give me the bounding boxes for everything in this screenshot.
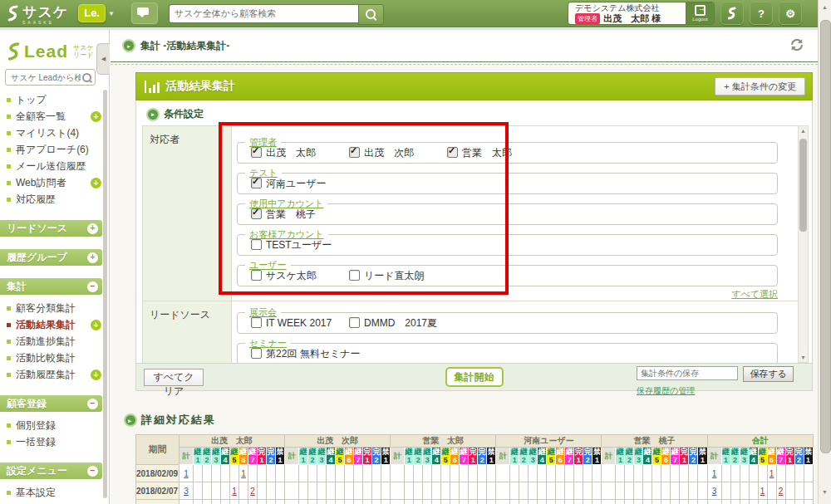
result-value-cell [478,465,487,482]
checkbox-unchecked[interactable] [251,239,262,250]
checkbox-unchecked[interactable] [349,317,360,328]
result-value-link[interactable]: 2 [250,487,255,496]
sidebar-item-activity-compare-agg[interactable]: 活動比較集計 [0,350,109,366]
saaske-logo[interactable]: サスケ SAASKE [7,2,68,25]
sidebar-item-customer-class-agg[interactable]: 顧客分類集計 [0,300,109,316]
clear-all-button[interactable]: すべてクリア [144,369,204,386]
sidebar-item-lead-source-settings[interactable]: リードソース設定 [0,501,109,504]
sidebar-item-my-list[interactable]: マイリスト(4) [0,125,109,141]
checkbox-checked[interactable] [447,147,458,158]
fieldset-legend-link[interactable]: お客様アカウント [245,228,328,240]
result-col-kanryo-1: 完1 [258,448,267,465]
checkbox-unchecked[interactable] [349,270,360,281]
fieldset-legend-link[interactable]: 展示会 [245,306,281,318]
logout-button[interactable]: Logout [686,2,715,25]
checkbox-checked[interactable] [349,147,360,158]
sidebar-collapse-button[interactable]: ◀ [96,43,110,75]
scroll-up-icon[interactable]: ▲ [799,128,808,134]
checkbox-unchecked[interactable] [251,348,262,359]
save-button[interactable]: 保存する [743,366,794,382]
result-value-link[interactable]: 1 [184,469,189,478]
result-col-number: 6 [768,456,776,464]
result-value-link[interactable]: 1 [232,487,237,496]
settings-gear-icon[interactable]: ⚙ [779,2,802,25]
change-condition-button[interactable]: + 集計条件の変更 [715,77,805,95]
sidebar-item-basic-settings[interactable]: 基本設定 [0,484,109,501]
checkbox-unchecked[interactable] [251,270,262,281]
result-value-link[interactable]: 2 [779,487,784,496]
sidebar-section-aggregate[interactable]: 集計− [0,278,102,295]
checkbox-unchecked[interactable] [251,317,262,328]
fieldset-legend-link[interactable]: テスト [245,167,282,179]
sidebar-section-history-group[interactable]: 履歴グループ+ [0,249,102,266]
sidebar-item-individual-register[interactable]: 個別登録 [0,417,109,433]
result-col-kanryo-2: 完2 [478,448,487,465]
select-all-link[interactable]: すべて選択 [731,288,778,301]
sidebar-item-web-visitors[interactable]: Web訪問者+ [0,174,109,191]
expand-plus-icon[interactable]: + [87,223,98,234]
result-value-link[interactable]: 1 [760,487,765,496]
lead-product-badge[interactable]: Le. [78,4,106,22]
sidebar-section-customer-register[interactable]: 顧客登録− [0,395,102,412]
scrollbar-thumb[interactable] [799,139,807,232]
sidebar-item-activity-progress-agg[interactable]: 活動進捗集計 [0,333,109,350]
result-value-cell [661,482,671,500]
fieldset-legend-link[interactable]: 管理者 [245,136,281,148]
sidebar-item-re-approach[interactable]: 再アプローチ(6) [0,141,109,158]
result-col-number: 4 [221,456,229,464]
save-condition-input[interactable] [637,366,738,380]
result-value-link[interactable]: 3 [184,487,189,496]
fieldset-legend-link[interactable]: ユーザー [245,259,291,271]
slead-logo[interactable]: Lead サスケリード [0,30,109,61]
panel-body: 条件設定 対応者管理者出茂 太郎出茂 次郎営業 太郎テスト河南ユーザー使用中アカ… [135,100,813,391]
scroll-up-icon[interactable]: ▲ [819,4,831,10]
section-label: 顧客登録 [7,397,47,411]
result-value-link[interactable]: 1 [712,469,717,478]
scrollbar-thumb[interactable] [820,20,831,453]
expand-plus-icon[interactable]: + [91,111,101,122]
condition-scrollbar[interactable]: ▲ ▼ [798,125,809,363]
chat-bubble-icon[interactable] [131,2,158,24]
expand-plus-icon[interactable]: + [87,252,98,263]
sidebar-item-bulk-register[interactable]: 一括登録 [0,433,109,450]
expand-plus-icon[interactable]: + [91,369,101,380]
start-aggregation-button[interactable]: 集計開始 [445,367,504,387]
saved-history-link[interactable]: 保存履歴の管理 [637,386,695,395]
sidebar-search-input[interactable] [9,72,82,83]
global-search-input[interactable] [169,4,358,23]
result-col-keizoku-6: 継6 [661,448,671,465]
collapse-minus-icon[interactable]: − [87,466,98,477]
global-search-button[interactable] [358,4,384,25]
checkbox-checked[interactable] [251,178,262,188]
fieldset-legend-link[interactable]: セミナー [245,337,291,349]
result-value-cell [423,482,432,500]
sidebar-item-top[interactable]: トップ [0,91,109,108]
help-button[interactable]: ? [750,2,773,25]
expand-plus-icon[interactable]: + [91,178,101,188]
scroll-down-icon[interactable]: ▼ [819,489,831,495]
checkbox-checked[interactable] [251,147,262,158]
window-scrollbar[interactable]: ▲ ▼ [818,0,831,504]
result-value-link[interactable]: 3 [712,487,717,496]
sidebar-section-lead-source[interactable]: リードソース+ [0,220,102,237]
refresh-icon[interactable] [789,37,804,56]
sidebar-item-response-history[interactable]: 対応履歴 [0,191,109,208]
collapse-minus-icon[interactable]: − [87,281,98,292]
scroll-down-icon[interactable]: ▼ [799,355,808,360]
checkbox-checked[interactable] [251,208,262,219]
result-col-kanji: 継 [423,448,431,456]
sidebar-item-activity-history-agg[interactable]: 活動履歴集計+ [0,366,109,383]
result-col-kanji: 継 [450,448,459,456]
result-value-link[interactable]: 1 [241,469,246,478]
product-dropdown-arrow-icon[interactable]: ▼ [108,10,115,17]
sidebar-section-settings-menu[interactable]: 設定メニュー− [0,462,102,479]
sidebar-scrollbar[interactable] [103,90,107,498]
collapse-minus-icon[interactable]: − [87,399,98,409]
result-col-keizoku-1: 継1 [721,448,730,465]
saaske-home-button[interactable] [720,2,744,25]
sidebar-item-activity-result-agg[interactable]: 活動結果集計+ [0,316,109,333]
sidebar-item-all-customers[interactable]: 全顧客一覧+ [0,108,109,125]
expand-plus-icon[interactable]: + [91,320,101,330]
sidebar-item-mail-history[interactable]: メール送信履歴 [0,158,109,174]
result-value-link[interactable]: 1 [770,469,774,478]
